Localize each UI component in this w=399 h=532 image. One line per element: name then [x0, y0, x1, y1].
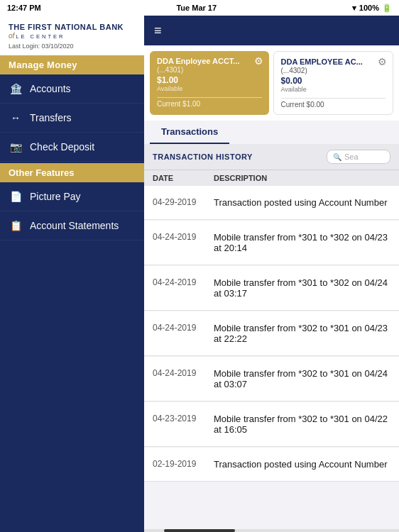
- accounts-icon: 🏦: [9, 82, 23, 96]
- transfers-icon: ↔: [9, 111, 23, 125]
- table-row: 04-29-2019 Transaction posted using Acco…: [144, 186, 399, 220]
- status-day: Tue Mar 17: [176, 4, 217, 12]
- sidebar-item-check-deposit[interactable]: 📷 Check Deposit: [0, 133, 144, 162]
- sidebar-logo-area: The First National Bank of LE CENTER Las…: [0, 16, 144, 55]
- table-row: 04-24-2019 Mobile transfer from *301 to …: [144, 221, 399, 265]
- logo-sub: LE CENTER: [16, 33, 65, 40]
- sidebar-transfers-label: Transfers: [30, 112, 72, 123]
- wifi-icon: ▾: [352, 4, 356, 13]
- tx-desc-1: Mobile transfer from *301 to *302 on 04/…: [214, 232, 390, 253]
- status-bar-right: ▾ 100% 🔋: [352, 4, 392, 13]
- card-settings-1[interactable]: ⚙: [254, 55, 263, 67]
- tx-date-4: 04-24-2019: [153, 368, 202, 389]
- tx-desc-4: Mobile transfer from *302 to *301 on 04/…: [214, 368, 390, 389]
- transactions-list: 04-29-2019 Transaction posted using Acco…: [144, 186, 399, 482]
- table-row: 02-19-2019 Transaction posted using Acco…: [144, 448, 399, 482]
- account-card-1[interactable]: ⚙ DDA Enployee ACCT... (...4301) $1.00 A…: [150, 51, 269, 115]
- sidebar-item-transfers[interactable]: ↔ Transfers: [0, 104, 144, 133]
- logo-of: of: [9, 32, 14, 40]
- status-bar: 12:47 PM Tue Mar 17 ▾ 100% 🔋: [0, 0, 399, 16]
- table-row: 04-24-2019 Mobile transfer from *301 to …: [144, 266, 399, 311]
- check-deposit-icon: 📷: [9, 140, 23, 154]
- card-name-1: DDA Enployee ACCT...: [157, 57, 262, 65]
- card-name-2: DDA EMPLOYEE AC...: [281, 57, 386, 66]
- tx-desc-3: Mobile transfer from *302 to *301 on 04/…: [214, 323, 390, 344]
- top-bar: ≡: [144, 16, 399, 45]
- search-box[interactable]: 🔍 Sea: [327, 150, 390, 164]
- card-current-1: Current $1.00: [157, 100, 262, 108]
- tx-desc-6: Transaction posted using Account Number: [214, 459, 388, 470]
- tx-desc-0: Transaction posted using Account Number: [214, 197, 388, 208]
- card-amount-1: $1.00: [157, 75, 262, 85]
- account-cards: ⚙ DDA Enployee ACCT... (...4301) $1.00 A…: [144, 45, 399, 121]
- main-content: ≡ ⚙ DDA Enployee ACCT... (...4301) $1.00…: [144, 16, 399, 532]
- sidebar: The First National Bank of LE CENTER Las…: [0, 16, 144, 532]
- battery-percentage: 100%: [359, 4, 379, 12]
- account-card-2[interactable]: ⚙ DDA EMPLOYEE AC... (...4302) $0.00 Ava…: [273, 51, 394, 115]
- tx-date-6: 02-19-2019: [153, 459, 202, 470]
- other-features-header: Other Features: [0, 163, 144, 182]
- tx-desc-5: Mobile transfer from *302 to *301 on 04/…: [214, 414, 390, 435]
- card-amount-2: $0.00: [281, 76, 386, 86]
- manage-money-header: Manage Money: [0, 55, 144, 74]
- tab-transactions[interactable]: Transactions: [150, 121, 229, 144]
- picture-pay-icon: 📄: [9, 189, 23, 204]
- card-divider-2: [281, 98, 386, 99]
- home-bar: [164, 529, 235, 532]
- tx-date-5: 04-23-2019: [153, 414, 202, 435]
- card-current-2: Current $0.00: [281, 101, 386, 109]
- tx-date-3: 04-24-2019: [153, 323, 202, 344]
- card-number-1: (...4301): [157, 66, 262, 74]
- tx-desc-2: Mobile transfer from *301 to *302 on 04/…: [214, 277, 390, 299]
- app-container: The First National Bank of LE CENTER Las…: [0, 16, 399, 532]
- card-divider-1: [157, 97, 262, 98]
- history-title: TRANSACTION HISTORY: [153, 153, 253, 161]
- sidebar-account-statements-label: Account Statements: [30, 220, 119, 231]
- transactions-tab-bar: Transactions: [144, 121, 399, 144]
- table-row: 04-24-2019 Mobile transfer from *302 to …: [144, 311, 399, 356]
- sidebar-item-accounts[interactable]: 🏦 Accounts: [0, 74, 144, 104]
- card-number-2: (...4302): [281, 67, 386, 74]
- search-icon: 🔍: [333, 153, 341, 161]
- tx-date-1: 04-24-2019: [153, 232, 202, 253]
- sidebar-item-picture-pay[interactable]: 📄 Picture Pay: [0, 182, 144, 211]
- card-available-1: Available: [157, 85, 262, 92]
- logo-bank-name: The First National Bank: [9, 23, 124, 32]
- sidebar-item-account-statements[interactable]: 📋 Account Statements: [0, 211, 144, 240]
- tx-date-2: 04-24-2019: [153, 277, 202, 299]
- history-header: TRANSACTION HISTORY 🔍 Sea: [144, 144, 399, 170]
- logo-line1: The First National Bank: [9, 23, 124, 32]
- table-header: DATE DESCRIPTION: [144, 170, 399, 186]
- hamburger-menu[interactable]: ≡: [154, 23, 162, 38]
- sidebar-accounts-label: Accounts: [30, 83, 71, 94]
- col-date-header: DATE: [153, 174, 202, 182]
- tx-date-0: 04-29-2019: [153, 197, 202, 208]
- battery-icon: 🔋: [382, 4, 392, 13]
- sidebar-check-deposit-label: Check Deposit: [30, 141, 94, 153]
- table-row: 04-23-2019 Mobile transfer from *302 to …: [144, 402, 399, 447]
- table-row: 04-24-2019 Mobile transfer from *302 to …: [144, 357, 399, 401]
- card-settings-2[interactable]: ⚙: [378, 56, 387, 67]
- status-time: 12:47 PM: [7, 4, 41, 12]
- transaction-history[interactable]: TRANSACTION HISTORY 🔍 Sea DATE DESCRIPTI…: [144, 144, 399, 532]
- sidebar-picture-pay-label: Picture Pay: [30, 191, 81, 202]
- col-desc-header: DESCRIPTION: [214, 174, 267, 182]
- last-login: Last Login: 03/10/2020: [9, 43, 74, 50]
- account-statements-icon: 📋: [9, 218, 23, 233]
- search-placeholder: Sea: [344, 153, 359, 161]
- card-available-2: Available: [281, 86, 386, 93]
